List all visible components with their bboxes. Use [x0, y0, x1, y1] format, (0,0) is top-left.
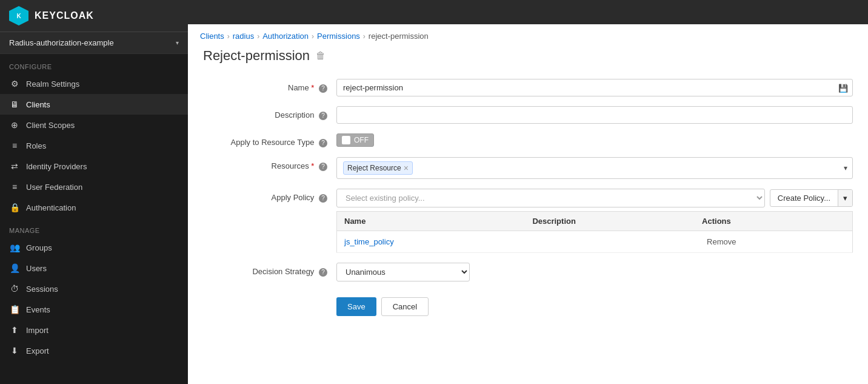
required-indicator: * — [311, 161, 314, 170]
sidebar-item-label: Clients — [26, 100, 50, 109]
resource-tag-label: Reject Resource — [347, 164, 401, 172]
apply-policy-help-icon[interactable]: ? — [319, 194, 327, 203]
sidebar-item-sessions[interactable]: ⏱ Sessions — [0, 278, 188, 299]
realm-name: Radius-authorization-example — [9, 38, 114, 47]
page-title-row: Reject-permission 🗑 — [203, 48, 853, 64]
apply-policy-row: Apply Policy ? Select existing policy...… — [203, 189, 853, 253]
sidebar-item-label: Users — [26, 264, 47, 273]
breadcrumb-authorization-link[interactable]: Authorization — [262, 32, 309, 41]
trash-icon[interactable]: 🗑 — [316, 50, 326, 61]
apply-policy-control: Select existing policy... Create Policy.… — [336, 189, 853, 253]
decision-strategy-label: Decision Strategy ? — [203, 263, 336, 277]
remove-policy-button[interactable]: Remove — [702, 236, 741, 248]
breadcrumb-radius-link[interactable]: radius — [233, 32, 254, 41]
sidebar-item-label: Roles — [26, 141, 46, 150]
breadcrumb-clients-link[interactable]: Clients — [200, 32, 224, 41]
button-row: Save Cancel — [203, 291, 853, 316]
name-label: Name * ? — [203, 79, 336, 93]
gear-icon: ⚙ — [9, 79, 20, 89]
sidebar-item-groups[interactable]: 👥 Groups — [0, 237, 188, 258]
required-indicator: * — [311, 83, 314, 92]
decision-strategy-control: Unanimous Affirmative Consensus — [336, 263, 853, 281]
resources-row: Resources * ? Reject Resource × ▾ — [203, 157, 853, 179]
resources-help-icon[interactable]: ? — [319, 163, 327, 171]
lock-icon: 🔒 — [9, 203, 20, 212]
resources-control: Reject Resource × ▾ — [336, 157, 853, 179]
description-input[interactable] — [336, 106, 853, 124]
sidebar-item-label: Sessions — [26, 285, 58, 294]
col-description-header: Description — [525, 212, 695, 231]
breadcrumb-current: reject-permission — [369, 32, 429, 41]
policy-name-link[interactable]: js_time_policy — [344, 237, 394, 246]
top-bar — [188, 0, 868, 24]
name-help-icon[interactable]: ? — [319, 84, 327, 93]
configure-section-label: Configure — [0, 54, 188, 73]
policy-select[interactable]: Select existing policy... — [336, 189, 765, 207]
policy-name-cell: js_time_policy — [337, 231, 526, 253]
name-input-wrapper: 💾 — [336, 79, 853, 96]
sidebar-item-users[interactable]: 👤 Users — [0, 258, 188, 278]
permission-form: Name * ? 💾 Description ? — [203, 79, 853, 316]
sidebar-item-import[interactable]: ⬆ Import — [0, 320, 188, 340]
policy-table-body: js_time_policy Remove — [337, 231, 853, 253]
realm-selector[interactable]: Radius-authorization-example ▾ — [0, 32, 188, 54]
sidebar-item-client-scopes[interactable]: ⊕ Client Scopes — [0, 115, 188, 135]
import-icon: ⬆ — [9, 325, 20, 335]
breadcrumb: Clients › radius › Authorization › Permi… — [188, 24, 868, 48]
user-federation-icon: ≡ — [9, 182, 20, 192]
client-scopes-icon: ⊕ — [9, 120, 20, 130]
sidebar-item-label: Authentication — [26, 203, 76, 212]
events-icon: 📋 — [9, 305, 20, 314]
breadcrumb-sep: › — [257, 32, 259, 41]
create-policy-dropdown-arrow[interactable]: ▾ — [838, 190, 852, 206]
name-control: 💾 — [336, 79, 853, 96]
decision-strategy-help-icon[interactable]: ? — [319, 268, 327, 277]
table-row: js_time_policy Remove — [337, 231, 853, 253]
sidebar-item-user-federation[interactable]: ≡ User Federation — [0, 177, 188, 197]
sidebar-item-realm-settings[interactable]: ⚙ Realm Settings — [0, 73, 188, 94]
resources-dropdown-arrow: ▾ — [844, 164, 847, 172]
breadcrumb-sep: › — [227, 32, 230, 41]
create-policy-button[interactable]: Create Policy... ▾ — [770, 189, 853, 207]
sidebar-item-export[interactable]: ⬇ Export — [0, 340, 188, 361]
app-title: KEYCLOAK — [35, 10, 94, 21]
apply-resource-type-row: Apply to Resource Type ? OFF — [203, 133, 853, 147]
apply-resource-type-control: OFF — [336, 133, 853, 147]
resource-remove-icon[interactable]: × — [404, 163, 409, 173]
users-icon: 👤 — [9, 263, 20, 273]
apply-resource-type-toggle[interactable]: OFF — [336, 133, 374, 147]
policy-description-cell — [525, 231, 695, 253]
policy-table-header-row: Name Description Actions — [337, 212, 853, 231]
description-row: Description ? — [203, 106, 853, 124]
apply-resource-type-help-icon[interactable]: ? — [319, 139, 327, 147]
col-name-header: Name — [337, 212, 526, 231]
resources-select[interactable]: Reject Resource × ▾ — [336, 157, 853, 179]
cancel-button[interactable]: Cancel — [381, 297, 429, 316]
description-label: Description ? — [203, 106, 336, 120]
breadcrumb-sep: › — [363, 32, 366, 41]
create-policy-label: Create Policy... — [770, 190, 838, 206]
breadcrumb-sep: › — [312, 32, 314, 41]
button-row-control: Save Cancel — [336, 291, 853, 316]
policy-table-header: Name Description Actions — [337, 212, 853, 231]
sidebar-item-roles[interactable]: ≡ Roles — [0, 135, 188, 156]
clients-icon: 🖥 — [9, 99, 20, 109]
description-help-icon[interactable]: ? — [319, 112, 327, 120]
sidebar-item-clients[interactable]: 🖥 Clients — [0, 94, 188, 115]
keycloak-logo-icon: K — [9, 6, 28, 25]
export-icon: ⬇ — [9, 346, 20, 355]
sidebar-item-label: Events — [26, 305, 50, 314]
decision-strategy-select[interactable]: Unanimous Affirmative Consensus — [336, 263, 470, 281]
policy-row: Select existing policy... Create Policy.… — [336, 189, 853, 207]
groups-icon: 👥 — [9, 243, 20, 252]
main-content: Clients › radius › Authorization › Permi… — [188, 0, 868, 384]
sidebar-item-label: Identity Providers — [26, 162, 87, 171]
save-button[interactable]: Save — [336, 297, 376, 316]
breadcrumb-permissions-link[interactable]: Permissions — [317, 32, 360, 41]
save-field-icon: 💾 — [838, 83, 848, 92]
name-input[interactable] — [336, 79, 853, 96]
sidebar-item-events[interactable]: 📋 Events — [0, 299, 188, 320]
sidebar-item-label: Export — [26, 346, 49, 355]
sidebar-item-authentication[interactable]: 🔒 Authentication — [0, 197, 188, 218]
sidebar-item-identity-providers[interactable]: ⇄ Identity Providers — [0, 156, 188, 177]
